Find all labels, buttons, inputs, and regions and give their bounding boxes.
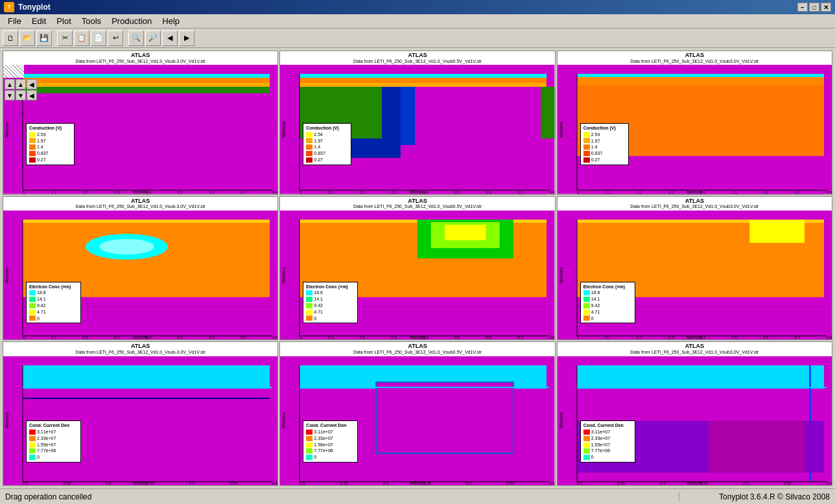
- y-axis-label-6: Microns: [559, 267, 563, 283]
- nav-up-left[interactable]: ▲: [5, 79, 15, 89]
- x-label-3: Microns: [687, 190, 703, 194]
- toolbar-copy[interactable]: 📋: [74, 30, 89, 46]
- legend-8: Cond. Current Den 3.11e+07 2.33e+07 1.56…: [303, 420, 358, 463]
- hatch-corner: [3, 65, 24, 78]
- x-axis-4: 00.10.20.30.40.50.60.70.8: [23, 336, 277, 339]
- svg-rect-25: [577, 74, 824, 77]
- toolbar-save[interactable]: 💾: [36, 30, 52, 46]
- title-controls: − □ ✕: [797, 3, 831, 12]
- x-axis-3: 00.10.20.30.40.50.60.70.8: [577, 190, 832, 194]
- menu-help[interactable]: Help: [157, 15, 185, 27]
- x-label-1: Microns: [132, 190, 148, 194]
- toolbar-paste[interactable]: 📄: [91, 30, 106, 46]
- svg-rect-53: [749, 220, 805, 243]
- plot-5-body: Microns Electron Conc (×m) 18.8 14.1 9.4…: [280, 211, 554, 339]
- svg-point-35: [99, 239, 154, 255]
- svg-rect-16: [300, 83, 547, 87]
- menu-edit[interactable]: Edit: [27, 15, 51, 27]
- x-axis-9: 0.30.350.40.450.50.550.6: [577, 481, 832, 485]
- plot-7-body: Microns Cond. Current Den 3.11e+07 2.3: [3, 356, 277, 485]
- svg-rect-33: [23, 220, 270, 223]
- plot-4-header: ATLAS Data from LETI_F6_250_Sub_3E12_Vd1…: [3, 197, 277, 211]
- maximize-button[interactable]: □: [809, 3, 819, 12]
- plot-4-body: Microns Electron Conc (×m) 1: [3, 211, 277, 339]
- y-axis-label-2: Microns: [281, 122, 286, 138]
- y-axis-label-4: Microns: [5, 267, 9, 283]
- plot-8-body: Microns Cond. Current Den 3.11e+07 2.33e…: [280, 356, 554, 485]
- app-title: Tonyplot: [18, 3, 51, 12]
- toolbar-undo[interactable]: ↩: [108, 30, 123, 46]
- x-label-9: Microns: [687, 481, 703, 485]
- x-axis-7: 0.30.350.40.450.50.550.6: [23, 481, 277, 485]
- toolbar-open[interactable]: 📂: [19, 30, 35, 46]
- toolbar-next[interactable]: ▶: [179, 30, 194, 46]
- svg-rect-1: [23, 74, 270, 78]
- plot-8: ATLAS Data from LETI_F6_250_Sub_3E12_Vd1…: [279, 341, 555, 486]
- minimize-button[interactable]: −: [797, 3, 808, 12]
- y-axis-label-3: Microns: [559, 122, 563, 138]
- x-axis-5: 00.10.20.30.40.50.60.70.8: [300, 336, 554, 339]
- plot-8-header: ATLAS Data from LETI_F6_250_Sub_3E12_Vd1…: [280, 342, 554, 356]
- nav-up[interactable]: ▲: [16, 79, 26, 89]
- svg-rect-67: [376, 382, 513, 453]
- plot-6-body: Microns Electron Conc (×m) 18.8 14.1 9.4…: [558, 211, 832, 339]
- nav-down-right[interactable]: ◀: [27, 90, 37, 100]
- x-label-6: Microns: [687, 335, 703, 339]
- plot-6-header: ATLAS Data from LETI_F6_250_Sub_3E12_Vd1…: [558, 197, 832, 211]
- plot-9: ATLAS Data from LETI_F6_250_Sub_3E12_Vd1…: [557, 341, 832, 486]
- plot-5: ATLAS Data from LETI_F6_250_Sub_3E12_Vd1…: [279, 196, 555, 341]
- y-axis-label-5: Microns: [281, 267, 286, 283]
- legend-7: Cond. Current Den 3.11e+07 2.33e+07 1.55…: [26, 420, 81, 463]
- svg-rect-75: [708, 420, 804, 472]
- plot-4: ATLAS Data from LETI_F6_250_Sub_3E12_Vd1…: [3, 196, 278, 341]
- toolbar: 🗋 📂 💾 ✂ 📋 📄 ↩ 🔍 🔎 ◀ ▶: [0, 29, 835, 48]
- plot-3-body: Microns Conduction (V) 2.54 1.97 1.4 0.8: [558, 65, 832, 194]
- nav-down-left[interactable]: ▼: [5, 90, 15, 100]
- legend-6: Electron Conc (×m) 18.8 14.1 9.42 4.71 0: [580, 282, 635, 324]
- status-bar: Drag operation cancelled Tonyplot 3.6.4.…: [0, 488, 835, 504]
- x-label-2: Microns: [410, 190, 426, 194]
- nav-down[interactable]: ▼: [16, 90, 26, 100]
- toolbar-prev[interactable]: ◀: [162, 30, 178, 46]
- menu-plot[interactable]: Plot: [51, 15, 76, 27]
- toolbar-new[interactable]: 🗋: [3, 30, 18, 46]
- svg-rect-45: [445, 225, 486, 240]
- legend-1: Conduction (V) 2.54 1.97 1.4 0.837 0.27: [26, 123, 75, 165]
- legend-5: Electron Conc (×m) 18.8 14.1 9.42 4.71 0: [303, 282, 358, 324]
- svg-rect-20: [541, 87, 554, 139]
- legend-4: Electron Conc (×m) 18.8 14.1 9.42 4.71 0: [26, 282, 81, 324]
- menu-bar: File Edit Plot Tools Production Help: [0, 14, 835, 29]
- menu-production[interactable]: Production: [106, 15, 157, 27]
- x-label-4: Microns: [132, 335, 148, 339]
- plot-6: ATLAS Data from LETI_F6_250_Sub_3E12_Vd1…: [557, 196, 832, 341]
- menu-file[interactable]: File: [3, 15, 27, 27]
- close-button[interactable]: ✕: [821, 3, 831, 12]
- legend-2: Conduction (V) 2.54 1.97 1.4 0.837 0.27: [303, 123, 351, 165]
- y-axis-label-1: Microns: [5, 122, 9, 138]
- x-label-7: Microns: [132, 481, 148, 485]
- plot-3: ATLAS Data from LETI_F6_250_Sub_3E12_Vd1…: [557, 51, 832, 195]
- plot-7: ATLAS Data from LETI_F6_250_Sub_3E12_Vd1…: [3, 341, 278, 486]
- nav-up-right[interactable]: ◀: [27, 79, 37, 89]
- y-axis-label-8: Microns: [281, 413, 286, 429]
- y-axis-label-7: Microns: [5, 413, 9, 429]
- svg-rect-14: [300, 74, 547, 78]
- toolbar-cut[interactable]: ✂: [57, 30, 73, 46]
- plot-2-body: Microns Conduction (V) 2.54 1: [280, 65, 554, 194]
- menu-tools[interactable]: Tools: [76, 15, 106, 27]
- plot-9-body: Microns Cond. Current Den 3.11e+07 2.33e…: [558, 356, 832, 485]
- svg-rect-26: [577, 77, 824, 85]
- plot-2: ATLAS Data from LETI_F6_250_Sub_3E12_Vd1…: [279, 51, 555, 195]
- status-version: Tonyplot 3.6.4.R © Silvaco 2008: [679, 492, 835, 501]
- app-icon: T: [4, 2, 14, 12]
- plot-5-header: ATLAS Data from LETI_F6_250_Sub_3E12_Vd1…: [280, 197, 554, 211]
- svg-rect-72: [577, 365, 824, 389]
- svg-rect-59: [23, 365, 270, 389]
- nav-arrows: ▲ ▲ ◀ ▼ ▼ ◀: [5, 79, 37, 100]
- status-message: Drag operation cancelled: [0, 492, 679, 501]
- x-axis-6: 00.10.20.30.40.50.60.70.8: [577, 336, 832, 339]
- toolbar-zoom-out[interactable]: 🔎: [145, 30, 161, 46]
- toolbar-sep2: [124, 30, 127, 46]
- toolbar-zoom-in[interactable]: 🔍: [128, 30, 144, 46]
- plot-3-header: ATLAS Data from LETI_F6_250_Sub_3E12_Vd1…: [558, 51, 832, 65]
